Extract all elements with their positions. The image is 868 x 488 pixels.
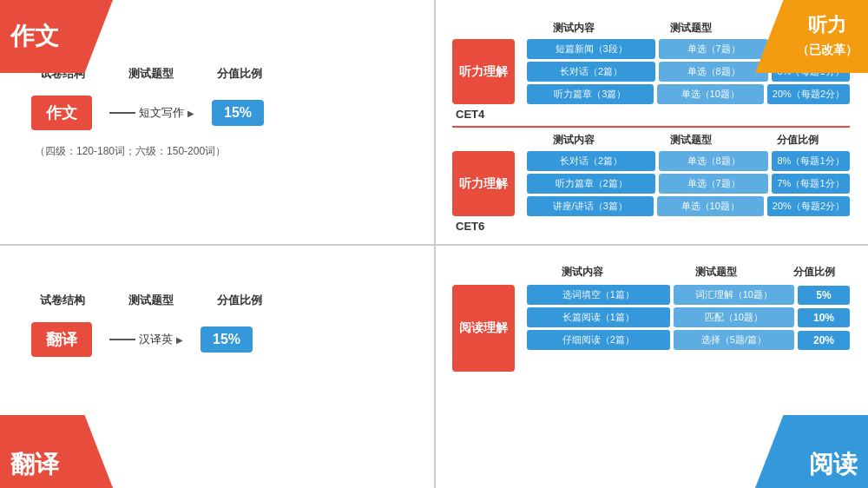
reading-col-header-type: 测试题型	[657, 265, 775, 280]
corner-top-left-label: 作文	[10, 20, 59, 53]
reading-row1-type: 词汇理解（10题）	[674, 285, 794, 305]
reading-row2-content: 长篇阅读（1篇）	[527, 307, 670, 327]
cet6-col-header-content: 测试内容	[511, 133, 635, 148]
reading-section-inner: 测试内容 测试题型 分值比例 阅读理解 选词填空（1篇） 词汇理解（10题） 5…	[452, 265, 850, 372]
vertical-divider	[434, 0, 436, 488]
translation-headers: 试卷结构 测试题型 分值比例	[31, 293, 420, 308]
cet4-row2-content: 长对话（2篇）	[527, 62, 655, 82]
cet6-row3-content: 讲座/讲话（3篇）	[527, 196, 654, 216]
writing-score-box: 15%	[212, 100, 264, 126]
writing-note: （四级：120-180词；六级：150-200词）	[31, 144, 420, 159]
cet6-row3-type: 单选（10题）	[657, 196, 764, 216]
corner-bottom-right-label: 阅读	[809, 448, 858, 481]
cet4-row1-content: 短篇新闻（3段）	[527, 39, 655, 59]
cet6-label: CET6	[452, 220, 850, 233]
reading-row1-content: 选词填空（1篇）	[527, 285, 670, 305]
reading-subject-box: 阅读理解	[452, 285, 515, 372]
cet6-row2-type: 单选（7题）	[659, 174, 768, 194]
cet4-row-3: 听力篇章（3篇） 单选（10题） 20%（每题2分）	[527, 84, 850, 104]
cet6-subject-box: 听力理解	[452, 151, 515, 216]
listening-col-header-type: 测试题型	[639, 21, 742, 36]
writing-header-score: 分值比例	[217, 66, 262, 82]
translation-type-label: 汉译英	[109, 332, 183, 347]
writing-type-label: 短文写作	[109, 105, 194, 121]
translation-structure-box: 翻译	[31, 322, 92, 357]
cet4-row3-score: 20%（每题2分）	[767, 84, 850, 104]
reading-row-1: 选词填空（1篇） 词汇理解（10题） 5%	[527, 285, 850, 305]
reading-col-header-score: 分值比例	[779, 265, 850, 280]
writing-header-type: 测试题型	[128, 66, 174, 82]
cet6-row-1: 长对话（2篇） 单选（8题） 8%（每题1分）	[527, 151, 850, 171]
reading-row3-type: 选择（5题/篇）	[674, 330, 794, 350]
reading-row-3: 仔细阅读（2篇） 选择（5题/篇） 20%	[527, 330, 850, 350]
cet4-row2-type: 单选（8题）	[659, 62, 768, 82]
reading-row2-score: 10%	[798, 308, 850, 327]
cet6-col-header-type: 测试题型	[639, 133, 742, 148]
translation-score-box: 15%	[201, 326, 253, 353]
translation-header-score: 分值比例	[217, 293, 262, 308]
cet6-col-header-score: 分值比例	[746, 133, 850, 148]
writing-headers: 试卷结构 测试题型 分值比例	[31, 66, 420, 82]
reading-row2-type: 匹配（10题）	[674, 307, 794, 327]
cet6-row-2: 听力篇章（2篇） 单选（7题） 7%（每题1分）	[527, 174, 850, 194]
cet-section-divider	[452, 126, 850, 128]
reading-row3-score: 20%	[798, 331, 850, 350]
translation-header-type: 测试题型	[128, 293, 174, 308]
reading-row-2: 长篇阅读（1篇） 匹配（10题） 10%	[527, 307, 850, 327]
cet6-row2-content: 听力篇章（2篇）	[527, 174, 655, 194]
cet6-section: 测试内容 测试题型 分值比例 听力理解 长对话（2篇） 单选（8题） 8%（每题…	[452, 133, 850, 233]
corner-bottom-left-label: 翻译	[10, 448, 59, 481]
corner-top-right-label: 听力 （已改革）	[797, 14, 858, 60]
cet6-row2-score: 7%（每题1分）	[772, 174, 850, 194]
reading-row1-score: 5%	[798, 286, 850, 305]
cet4-label: CET4	[452, 108, 850, 121]
cet4-row3-content: 听力篇章（3篇）	[527, 84, 654, 104]
cet6-rows: 长对话（2篇） 单选（8题） 8%（每题1分） 听力篇章（2篇） 单选（7题） …	[527, 151, 850, 216]
reading-rows: 选词填空（1篇） 词汇理解（10题） 5% 长篇阅读（1篇） 匹配（10题） 1…	[527, 285, 850, 372]
cet4-row3-type: 单选（10题）	[657, 84, 764, 104]
listening-col-header-content: 测试内容	[511, 21, 635, 36]
writing-structure-box: 作文	[31, 96, 92, 130]
cet6-row1-type: 单选（8题）	[659, 151, 768, 171]
cet6-row1-content: 长对话（2篇）	[527, 151, 655, 171]
cet4-subject-box: 听力理解	[452, 39, 515, 104]
reading-col-header-content: 测试内容	[511, 265, 654, 280]
reading-row3-content: 仔细阅读（2篇）	[527, 330, 670, 350]
cet6-row1-score: 8%（每题1分）	[772, 151, 850, 171]
cet6-row-3: 讲座/讲话（3篇） 单选（10题） 20%（每题2分）	[527, 196, 850, 216]
translation-header-structure: 试卷结构	[40, 293, 85, 308]
translation-data-row: 翻译 汉译英 15%	[31, 322, 420, 357]
cet4-row1-type: 单选（7题）	[659, 39, 768, 59]
cet6-row3-score: 20%（每题2分）	[767, 196, 850, 216]
writing-data-row: 作文 短文写作 15%	[31, 96, 420, 130]
